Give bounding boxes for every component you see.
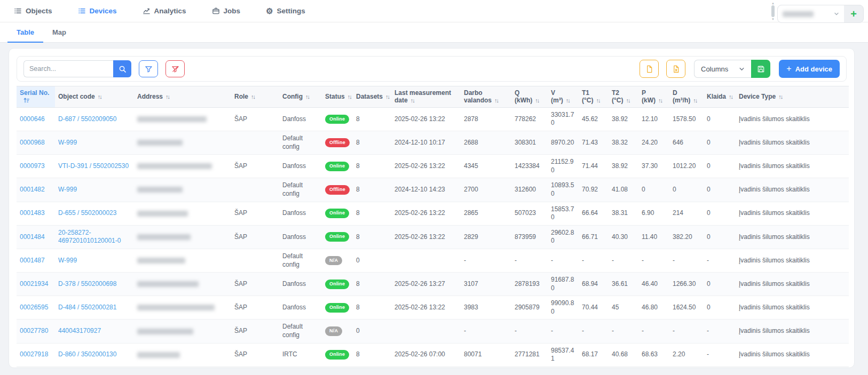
cell-p: 24.20 [638, 131, 669, 154]
nav-item-settings[interactable]: ⚙Settings [266, 7, 305, 15]
column-header-d[interactable]: D (m³/h)↑↓ [669, 86, 704, 108]
scrollbar-thumb[interactable] [771, 5, 775, 17]
search-button[interactable] [113, 60, 131, 77]
column-header-serial[interactable]: Serial No. [17, 86, 55, 108]
serial-link[interactable]: 0001487 [20, 257, 45, 264]
columns-dropdown[interactable]: Columns [694, 60, 751, 78]
sort-icon[interactable]: ↑↓ [729, 93, 733, 100]
column-header-p[interactable]: P (kW)↑↓ [638, 86, 669, 108]
export-file-button[interactable] [640, 60, 659, 78]
d-value: 646 [673, 139, 683, 146]
object-code-link[interactable]: D-655 / 5502000023 [58, 209, 116, 217]
save-columns-button[interactable] [751, 60, 770, 78]
status-badge: Online [325, 209, 349, 218]
filter-button[interactable] [139, 60, 158, 77]
column-header-role[interactable]: Role↑↓ [231, 86, 279, 108]
column-header-device_type[interactable]: Device Type↑↓ [736, 86, 849, 108]
nav-item-objects[interactable]: Objects [14, 7, 52, 15]
object-code-link[interactable]: W-999 [58, 139, 77, 146]
sort-ascending-icon[interactable] [23, 97, 30, 103]
column-header-v[interactable]: V (m³)↑↓ [548, 86, 579, 108]
mini-scrollbar[interactable]: ▲ ▼ [771, 2, 775, 21]
object-code-link[interactable]: 20-258272-4697201010120001-0 [58, 229, 121, 245]
nav-item-devices[interactable]: Devices [78, 7, 117, 15]
sort-icon[interactable]: ↑↓ [98, 93, 102, 100]
object-code-link[interactable]: 440043170927 [58, 327, 101, 334]
object-code-link[interactable]: W-999 [58, 186, 77, 193]
add-object-button[interactable]: + [844, 5, 863, 22]
t2-value: 38.92 [612, 162, 628, 170]
serial-link[interactable]: 00026595 [20, 304, 48, 311]
column-header-address[interactable]: Address↑↓ [134, 86, 231, 108]
sort-icon[interactable]: ↑↓ [385, 93, 390, 100]
serial-link[interactable]: 0001484 [20, 233, 45, 241]
sort-icon[interactable]: ↑↓ [535, 97, 540, 103]
cell-status: Online [322, 366, 353, 368]
serial-link[interactable]: 00027780 [20, 327, 48, 334]
sort-icon[interactable]: ↑↓ [626, 97, 630, 103]
nav-item-analytics[interactable]: Analytics [143, 7, 186, 15]
sort-icon[interactable]: ↑↓ [566, 97, 571, 103]
object-code-link[interactable]: D-378 / 5502000698 [58, 280, 116, 288]
sort-icon[interactable]: ↑↓ [165, 93, 170, 100]
search-input[interactable] [23, 60, 113, 77]
sort-icon[interactable]: ↑↓ [658, 97, 663, 103]
add-device-button[interactable]: + Add device [779, 60, 840, 78]
scroll-up-arrow[interactable]: ▲ [771, 2, 775, 5]
p-value: 46.40 [642, 280, 658, 288]
column-header-object_code[interactable]: Object code↑↓ [55, 86, 134, 108]
cell-last_date: 2025-02-26 13:22 [391, 296, 461, 320]
serial-link[interactable]: 0000646 [20, 115, 45, 123]
object-selector[interactable]: + [777, 5, 864, 23]
sort-icon[interactable]: ↑↓ [778, 93, 783, 100]
serial-link[interactable]: 0001482 [20, 186, 45, 193]
object-selector-value[interactable] [778, 5, 844, 22]
tab-table[interactable]: Table [7, 22, 43, 43]
column-label: Klaida [707, 93, 726, 100]
export-excel-button[interactable] [666, 60, 685, 78]
clear-filter-button[interactable] [165, 60, 185, 77]
sort-icon[interactable]: ↑↓ [411, 97, 415, 103]
column-header-klaida[interactable]: Klaida↑↓ [704, 86, 736, 108]
column-header-t1[interactable]: T1 (°C)↑↓ [579, 86, 609, 108]
darbo-value: 2829 [464, 233, 478, 241]
column-header-status[interactable]: Status↑↓ [322, 86, 353, 108]
serial-link[interactable]: 00021934 [20, 280, 48, 288]
nav-item-jobs[interactable]: Jobs [212, 7, 241, 15]
cell-klaida: - [704, 249, 736, 272]
cell-t1: - [579, 249, 609, 272]
sort-icon[interactable]: ↑↓ [251, 93, 256, 100]
column-header-datasets[interactable]: Datasets↑↓ [353, 86, 391, 108]
v-value: 99090.80 [551, 299, 574, 315]
cell-last_date: 2025-02-26 07:00 [391, 343, 461, 366]
object-code-link[interactable]: W-999 [58, 257, 77, 264]
t2-value: 45 [612, 304, 619, 311]
column-header-darbo[interactable]: Darbo valandos↑↓ [461, 86, 511, 108]
tab-map[interactable]: Map [43, 22, 75, 43]
sort-icon[interactable]: ↑↓ [305, 93, 310, 100]
cell-klaida: 0 [704, 155, 736, 178]
column-header-last_date[interactable]: Last measurement date↑↓ [391, 86, 461, 108]
top-navbar: ObjectsDevicesAnalyticsJobs⚙Settings ▲ ▼… [0, 0, 868, 22]
object-code-link[interactable]: D-860 / 3502000130 [58, 350, 116, 358]
role-value: ŠAP [234, 280, 247, 288]
serial-link[interactable]: 0000973 [20, 162, 45, 170]
device-type-value: Įvadinis šilumos skaitiklis [739, 186, 810, 193]
column-header-q[interactable]: Q (kWh)↑↓ [511, 86, 548, 108]
sort-icon[interactable]: ↑↓ [348, 93, 352, 100]
column-header-config[interactable]: Config↑↓ [279, 86, 322, 108]
object-code-link[interactable]: D-484 / 5502000281 [58, 304, 116, 311]
sort-icon[interactable]: ↑↓ [596, 97, 601, 103]
cell-role: ŠAP [231, 343, 279, 366]
cell-t2: 40.45 [609, 366, 638, 368]
object-code-link[interactable]: D-687 / 5502009050 [58, 115, 116, 123]
object-code-link[interactable]: VTI-D-391 / 5502002530 [58, 162, 129, 170]
scroll-down-arrow[interactable]: ▼ [771, 18, 775, 21]
serial-link[interactable]: 00027918 [20, 350, 48, 358]
column-header-t2[interactable]: T2 (°C)↑↓ [609, 86, 638, 108]
serial-link[interactable]: 0001483 [20, 209, 45, 217]
serial-link[interactable]: 0000968 [20, 139, 45, 146]
status-badge: N/A [325, 256, 342, 266]
sort-icon[interactable]: ↑↓ [494, 97, 499, 103]
sort-icon[interactable]: ↑↓ [693, 97, 698, 103]
